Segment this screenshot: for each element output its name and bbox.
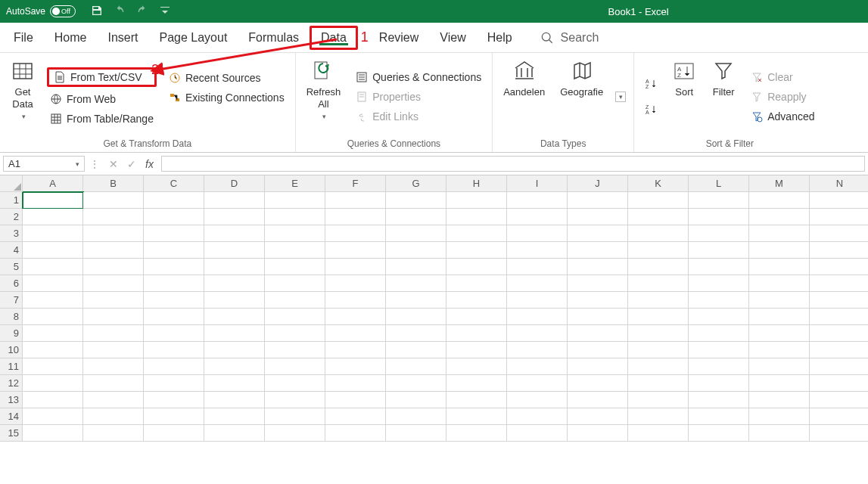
sort-button[interactable]: AZ Sort bbox=[669, 57, 699, 135]
cell[interactable] bbox=[810, 425, 868, 442]
cell[interactable] bbox=[689, 325, 749, 342]
cell[interactable] bbox=[628, 192, 689, 209]
row-header[interactable]: 4 bbox=[0, 242, 23, 259]
cell[interactable] bbox=[265, 192, 325, 209]
queries-connections-button[interactable]: Queries & Connections bbox=[353, 70, 484, 85]
column-header[interactable]: N bbox=[810, 175, 868, 192]
get-data-button[interactable]: Get Data ▾ bbox=[8, 57, 38, 135]
cell[interactable] bbox=[810, 192, 868, 209]
from-text-csv-button[interactable]: From Text/CSV bbox=[47, 67, 157, 87]
cell[interactable] bbox=[144, 309, 204, 325]
column-header[interactable]: B bbox=[83, 175, 144, 192]
select-all-corner[interactable] bbox=[0, 175, 23, 192]
column-header[interactable]: F bbox=[325, 175, 386, 192]
cell[interactable] bbox=[23, 392, 83, 408]
cell[interactable] bbox=[386, 342, 446, 358]
column-header[interactable]: J bbox=[568, 175, 628, 192]
cell[interactable] bbox=[23, 408, 83, 425]
cell[interactable] bbox=[144, 358, 204, 375]
cell[interactable] bbox=[810, 342, 868, 358]
cell[interactable] bbox=[83, 209, 144, 225]
cell[interactable] bbox=[689, 259, 749, 275]
cell[interactable] bbox=[386, 225, 446, 242]
cell[interactable] bbox=[144, 342, 204, 358]
cell[interactable] bbox=[446, 325, 507, 342]
column-header[interactable]: I bbox=[507, 175, 568, 192]
cell[interactable] bbox=[628, 342, 689, 358]
cell[interactable] bbox=[507, 309, 568, 325]
cell[interactable] bbox=[23, 325, 83, 342]
column-header[interactable]: M bbox=[749, 175, 810, 192]
cell[interactable] bbox=[810, 358, 868, 375]
cell[interactable] bbox=[568, 408, 628, 425]
cell[interactable] bbox=[265, 259, 325, 275]
cell[interactable] bbox=[386, 275, 446, 292]
cell[interactable] bbox=[386, 259, 446, 275]
cell[interactable] bbox=[628, 392, 689, 408]
enter-icon[interactable]: ✓ bbox=[127, 158, 136, 170]
worksheet-grid[interactable]: ABCDEFGHIJKLMN123456789101112131415 bbox=[0, 175, 868, 442]
cell[interactable] bbox=[144, 259, 204, 275]
cell[interactable] bbox=[23, 225, 83, 242]
cell[interactable] bbox=[689, 425, 749, 442]
cell[interactable] bbox=[749, 242, 810, 259]
cell[interactable] bbox=[83, 392, 144, 408]
cell[interactable] bbox=[204, 192, 265, 209]
fx-icon[interactable]: fx bbox=[145, 158, 154, 170]
cell[interactable] bbox=[689, 209, 749, 225]
cell[interactable] bbox=[689, 192, 749, 209]
cell[interactable] bbox=[628, 358, 689, 375]
cell[interactable] bbox=[507, 275, 568, 292]
cell[interactable] bbox=[265, 358, 325, 375]
undo-icon[interactable] bbox=[114, 5, 126, 19]
cell[interactable] bbox=[204, 392, 265, 408]
cell[interactable] bbox=[568, 209, 628, 225]
cell[interactable] bbox=[507, 192, 568, 209]
cell[interactable] bbox=[749, 225, 810, 242]
cell[interactable] bbox=[204, 242, 265, 259]
cell[interactable] bbox=[204, 309, 265, 325]
cell[interactable] bbox=[144, 275, 204, 292]
cell[interactable] bbox=[568, 342, 628, 358]
cell[interactable] bbox=[83, 425, 144, 442]
cell[interactable] bbox=[265, 325, 325, 342]
data-types-more-button[interactable]: ▾ bbox=[615, 92, 626, 102]
cell[interactable] bbox=[386, 408, 446, 425]
cell[interactable] bbox=[204, 275, 265, 292]
cell[interactable] bbox=[23, 375, 83, 392]
cell[interactable] bbox=[325, 259, 386, 275]
cell[interactable] bbox=[325, 225, 386, 242]
recent-sources-button[interactable]: Recent Sources bbox=[166, 70, 288, 85]
cell[interactable] bbox=[265, 292, 325, 309]
refresh-all-button[interactable]: Refresh All ▾ bbox=[303, 57, 344, 135]
tab-review[interactable]: Review bbox=[369, 25, 429, 51]
cell[interactable] bbox=[689, 375, 749, 392]
cell[interactable] bbox=[204, 342, 265, 358]
cell[interactable] bbox=[265, 309, 325, 325]
column-header[interactable]: L bbox=[689, 175, 749, 192]
autosave-toggle[interactable]: AutoSave Off bbox=[6, 5, 76, 17]
cell[interactable] bbox=[446, 259, 507, 275]
cell[interactable] bbox=[749, 259, 810, 275]
cell[interactable] bbox=[507, 425, 568, 442]
cell[interactable] bbox=[83, 375, 144, 392]
cell[interactable] bbox=[386, 375, 446, 392]
cell[interactable] bbox=[325, 342, 386, 358]
cell[interactable] bbox=[628, 242, 689, 259]
cell[interactable] bbox=[23, 292, 83, 309]
cell[interactable] bbox=[689, 225, 749, 242]
cell[interactable] bbox=[810, 275, 868, 292]
cell[interactable] bbox=[628, 425, 689, 442]
reapply-button[interactable]: Reapply bbox=[748, 89, 817, 104]
cell[interactable] bbox=[83, 358, 144, 375]
column-header[interactable]: G bbox=[386, 175, 446, 192]
cell[interactable] bbox=[446, 408, 507, 425]
cell[interactable] bbox=[749, 392, 810, 408]
from-web-button[interactable]: From Web bbox=[47, 92, 157, 107]
redo-icon[interactable] bbox=[136, 5, 148, 19]
cell[interactable] bbox=[446, 375, 507, 392]
cell[interactable] bbox=[204, 209, 265, 225]
cell[interactable] bbox=[325, 242, 386, 259]
cell[interactable] bbox=[325, 358, 386, 375]
cell[interactable] bbox=[386, 425, 446, 442]
